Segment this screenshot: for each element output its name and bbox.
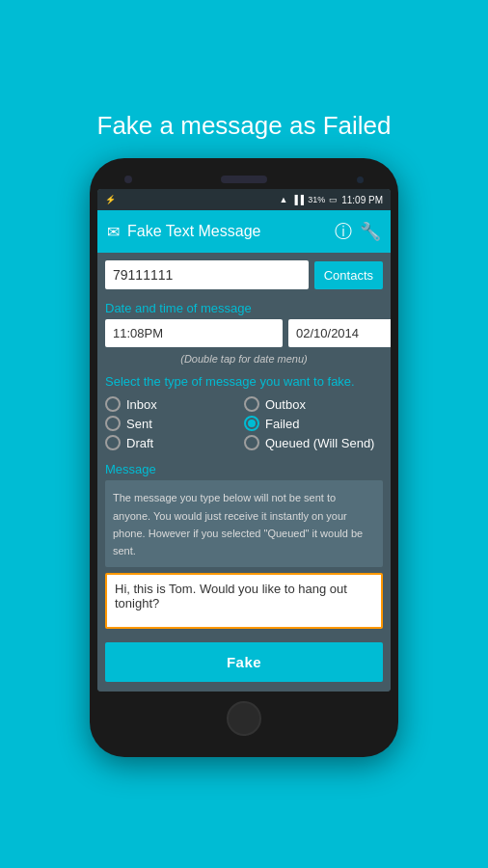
wrench-icon[interactable]: 🔧 [360,221,381,242]
usb-icon: ⚡ [105,195,116,204]
message-textarea[interactable]: Hi, this is Tom. Would you like to hang … [105,573,383,629]
status-time: 11:09 PM [341,195,383,205]
phone-top-bar [97,170,391,189]
radio-queued[interactable]: Queued (Will Send) [244,435,383,450]
battery-icon: ▭ [329,195,338,204]
phone-speaker [221,176,267,183]
phone-bottom [97,692,391,740]
contacts-button[interactable]: Contacts [314,261,383,289]
date-input[interactable] [288,319,391,347]
datetime-row [97,319,391,351]
page-title: Fake a message as Failed [78,111,411,141]
radio-outbox-circle [244,396,259,412]
phone-camera [124,176,132,183]
phone-shell: ⚡ ▲ ▐▐ 31% ▭ 11:09 PM ✉ Fake Text Messag… [90,158,398,756]
radio-sent[interactable]: Sent [105,416,244,431]
status-bar: ⚡ ▲ ▐▐ 31% ▭ 11:09 PM [97,189,391,210]
radio-draft[interactable]: Draft [105,435,244,450]
radio-failed-circle [244,416,259,431]
message-info-box: The message you type below will not be s… [105,480,383,567]
radio-inbox-label: Inbox [126,397,157,412]
wifi-icon: ▲ [279,195,287,204]
message-label: Message [105,462,383,480]
radio-sent-circle [105,416,121,431]
radio-draft-circle [105,435,121,450]
fake-button-row: Fake [97,633,391,692]
datetime-section-label: Date and time of message [97,295,391,319]
info-icon[interactable]: ⓘ [335,220,352,243]
radio-draft-label: Draft [126,436,153,450]
phone-number-input[interactable] [105,260,309,289]
radio-inbox[interactable]: Inbox [105,396,244,412]
message-type-label: Select the type of message you want to f… [105,374,383,396]
phone-sensor [357,176,364,183]
radio-queued-circle [244,435,259,450]
message-section: Message The message you type below will … [97,458,391,633]
app-bar-left: ✉ Fake Text Message [107,223,260,241]
app-bar-title: Fake Text Message [127,223,260,240]
time-input[interactable] [105,319,283,347]
home-button[interactable] [227,701,261,736]
content-area: Contacts Date and time of message (Doubl… [97,253,391,691]
radio-grid: Inbox Outbox Sent Failed [105,396,383,458]
app-bar-right: ⓘ 🔧 [335,220,381,243]
status-left: ⚡ [105,195,116,204]
radio-failed[interactable]: Failed [244,416,383,431]
message-type-section: Select the type of message you want to f… [97,370,391,458]
signal-icon: ▐▐ [291,195,304,204]
message-info-text: The message you type below will not be s… [113,492,363,556]
status-right: ▲ ▐▐ 31% ▭ 11:09 PM [279,195,383,205]
radio-outbox-label: Outbox [265,397,306,412]
radio-queued-label: Queued (Will Send) [265,436,374,450]
envelope-icon: ✉ [107,223,120,241]
phone-screen: ⚡ ▲ ▐▐ 31% ▭ 11:09 PM ✉ Fake Text Messag… [97,189,391,691]
radio-inbox-circle [105,396,121,412]
radio-failed-label: Failed [265,417,299,431]
radio-outbox[interactable]: Outbox [244,396,383,412]
battery-percent: 31% [308,195,325,204]
phone-number-row: Contacts [97,253,391,295]
double-tap-hint: (Double tap for date menu) [97,351,391,370]
radio-sent-label: Sent [126,417,152,431]
app-bar: ✉ Fake Text Message ⓘ 🔧 [97,210,391,253]
fake-button[interactable]: Fake [105,642,383,682]
